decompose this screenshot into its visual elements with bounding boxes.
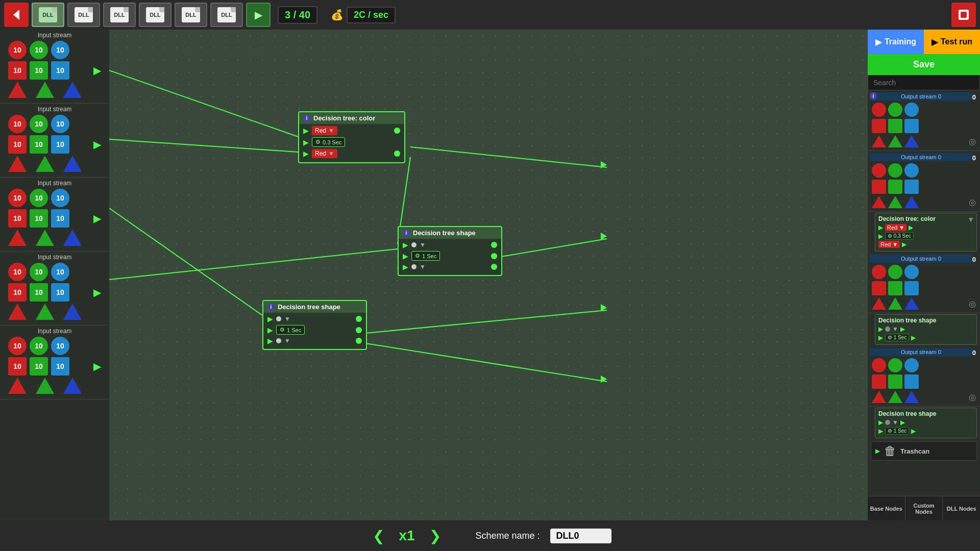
rw-arrow-3d[interactable]: ▶: [911, 428, 916, 435]
node-decision-tree-shape-1[interactable]: i Decision tree shape ▶ ▼ ▶ ⚙ 1 Sec ▶: [398, 226, 502, 276]
node-rc-2b[interactable]: [491, 253, 497, 259]
svg-marker-0: [13, 10, 19, 20]
rw-arrow-1c[interactable]: ▶: [878, 233, 883, 240]
out-tg-1: [888, 135, 902, 147]
target-icon-1[interactable]: ◎: [969, 137, 976, 146]
s4-sg: 10: [30, 283, 48, 302]
node-left-arr-3a[interactable]: ▶: [267, 315, 273, 323]
speed-label: x1: [399, 528, 414, 544]
node-title-3: Decision tree shape: [278, 303, 340, 311]
input-stream-1: Input stream 10 10 10 10 10 10 ▶: [0, 30, 109, 104]
node-rc-3b[interactable]: [356, 327, 362, 333]
rw-arrow-3b[interactable]: ▶: [900, 419, 905, 426]
node-left-arr-3b[interactable]: ▶: [267, 326, 273, 334]
rw-arrow-2d[interactable]: ▶: [911, 334, 916, 341]
node-rc-2c[interactable]: [491, 264, 497, 270]
node-header-3: i Decision tree shape: [263, 301, 366, 313]
rw-arrow-3a[interactable]: ▶: [878, 419, 883, 426]
out-tr-2: [872, 196, 886, 208]
training-button[interactable]: ▶ Training: [868, 30, 924, 54]
rw-arrow-2b[interactable]: ▶: [900, 325, 905, 333]
play-arrow-1[interactable]: ▶: [93, 64, 101, 77]
save-button[interactable]: Save: [868, 54, 980, 75]
tab-base-nodes[interactable]: Base Nodes: [868, 496, 905, 520]
node-left-arr-2a[interactable]: ▶: [403, 241, 408, 249]
node-right-connector-1[interactable]: [394, 128, 400, 134]
node-rc-3c[interactable]: [356, 338, 362, 344]
right-scroll-area[interactable]: Output stream 0 0 ◎ Out: [868, 90, 980, 496]
rw-arrow-2c[interactable]: ▶: [878, 334, 883, 341]
stream-label-3: Input stream: [4, 180, 105, 187]
dll-tab-1[interactable]: DLL: [67, 3, 100, 27]
out-cb-4: [904, 358, 919, 372]
dll-tab-2[interactable]: DLL: [103, 3, 136, 27]
dll-tab-5[interactable]: DLL: [210, 3, 243, 27]
node-row-dot-1: ▶ ▼: [403, 241, 497, 249]
node-decision-tree-shape-2[interactable]: i Decision tree shape ▶ ▼ ▶ ⚙ 1 Sec ▶: [262, 300, 367, 350]
output-count-1: 0: [972, 93, 976, 101]
node-right-connector-out-1[interactable]: [394, 151, 400, 157]
corner-button[interactable]: [951, 3, 976, 27]
out-sb-1: [904, 119, 919, 133]
node-rc-3a[interactable]: [356, 316, 362, 322]
rw-dropdown-1[interactable]: Red ▼: [885, 224, 906, 231]
node-decision-tree-color[interactable]: i Decision tree: color ▶ Red ▼ ▶ ⚙ 0.3 S…: [298, 111, 405, 163]
target-icon-2[interactable]: ◎: [969, 197, 976, 207]
node-dropdown-out-1[interactable]: Red ▼: [312, 149, 337, 158]
node-left-connector-out[interactable]: ▶: [303, 149, 309, 158]
rw-arrow-2a[interactable]: ▶: [878, 325, 883, 333]
node-row-dot-3b: ▶ ▼: [267, 337, 362, 345]
node-row-timer-1: ▶ ⚙ 0.3 Sec: [303, 137, 400, 147]
target-icon-4[interactable]: ◎: [969, 392, 976, 402]
s4-cr: 10: [8, 263, 27, 281]
node-left-connector-1[interactable]: ▶: [303, 127, 309, 135]
test-run-button[interactable]: ▶ Test run: [924, 30, 980, 54]
canvas-area[interactable]: i Decision tree: color ▶ Red ▼ ▶ ⚙ 0.3 S…: [109, 30, 868, 520]
node-rc-2a[interactable]: [491, 242, 497, 248]
play-arrow-2[interactable]: ▶: [93, 138, 101, 151]
target-icon-3[interactable]: ◎: [969, 299, 976, 309]
dll-tab-0[interactable]: DLL: [32, 3, 64, 27]
s3-tg: [36, 230, 54, 246]
play-arrow-3[interactable]: ▶: [93, 212, 101, 224]
dll-tab-4[interactable]: DLL: [175, 3, 207, 27]
shape-circle-blue: 10: [51, 41, 69, 59]
rw-dropdown-1b[interactable]: Red ▼: [878, 241, 900, 248]
shape-circle-green: 10: [30, 41, 48, 59]
out-tr-3: [872, 297, 886, 310]
scheme-name-input[interactable]: [550, 529, 611, 543]
stream-label-2: Input stream: [4, 106, 105, 113]
rw-arrow-3c[interactable]: ▶: [878, 428, 883, 435]
rw-row-3a: ▶ ▼ ▶: [878, 419, 973, 426]
bottom-tabs: Base Nodes Custom Nodes DLL Nodes: [868, 496, 980, 520]
upload-button[interactable]: ▶: [246, 3, 271, 27]
rw-arrow-1b[interactable]: ▶: [909, 224, 913, 231]
out-cg-2: [888, 163, 902, 178]
play-arrow-5[interactable]: ▶: [93, 360, 101, 372]
out-tg-4: [888, 391, 902, 403]
node-left-arr-3c[interactable]: ▶: [267, 337, 273, 345]
play-arrow-4[interactable]: ▶: [93, 286, 101, 298]
speed-next-button[interactable]: ❯: [425, 525, 445, 546]
node-left-arr-2c[interactable]: ▶: [403, 263, 408, 271]
svg-line-3: [109, 70, 298, 137]
node-left-arrow-timer[interactable]: ▶: [303, 138, 309, 146]
trashcan-arrow[interactable]: ▶: [875, 447, 880, 455]
tab-dll-nodes[interactable]: DLL Nodes: [943, 496, 980, 520]
s3-sb: 10: [51, 209, 69, 228]
rw-arrow-1a[interactable]: ▶: [878, 224, 883, 231]
node-left-arr-2b[interactable]: ▶: [403, 252, 408, 260]
svg-line-7: [410, 147, 607, 167]
s3-tr: [8, 230, 27, 246]
dll-tab-3[interactable]: DLL: [139, 3, 172, 27]
tab-custom-nodes[interactable]: Custom Nodes: [905, 496, 943, 520]
rate-value: 2C / sec: [347, 7, 396, 23]
speed-prev-button[interactable]: ❮: [369, 525, 388, 546]
input-stream-2: Input stream 101010 101010▶: [0, 104, 109, 178]
svg-marker-15: [601, 375, 607, 383]
search-input[interactable]: [868, 75, 980, 90]
rw-arrow-1d[interactable]: ▶: [902, 241, 906, 248]
rw-more-1[interactable]: ▼: [967, 215, 974, 223]
node-dropdown-1[interactable]: Red ▼: [312, 126, 337, 135]
back-button[interactable]: [4, 3, 29, 27]
